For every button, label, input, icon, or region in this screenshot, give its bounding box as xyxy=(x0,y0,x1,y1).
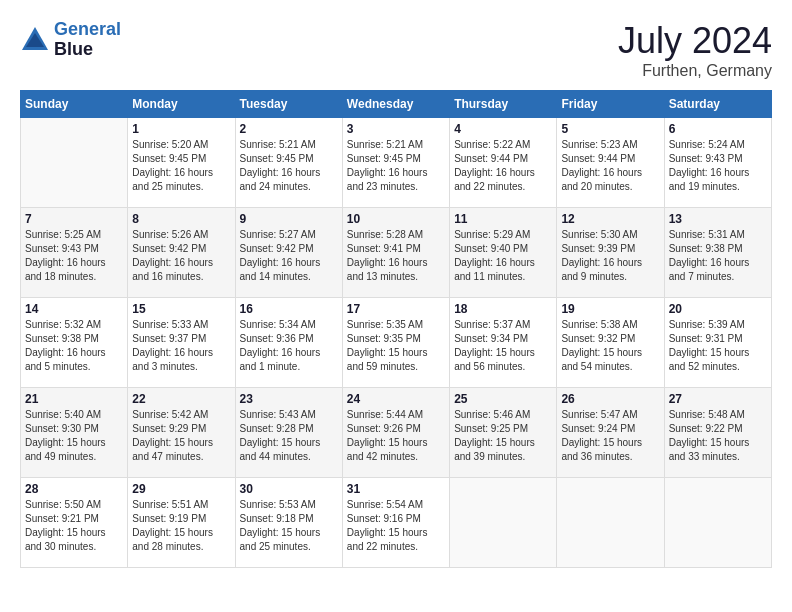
day-info: Sunrise: 5:50 AM Sunset: 9:21 PM Dayligh… xyxy=(25,498,123,554)
day-number: 1 xyxy=(132,122,230,136)
day-number: 6 xyxy=(669,122,767,136)
logo-text: General Blue xyxy=(54,20,121,60)
day-info: Sunrise: 5:51 AM Sunset: 9:19 PM Dayligh… xyxy=(132,498,230,554)
calendar-cell: 2Sunrise: 5:21 AM Sunset: 9:45 PM Daylig… xyxy=(235,118,342,208)
calendar-cell: 3Sunrise: 5:21 AM Sunset: 9:45 PM Daylig… xyxy=(342,118,449,208)
calendar-cell: 28Sunrise: 5:50 AM Sunset: 9:21 PM Dayli… xyxy=(21,478,128,568)
day-info: Sunrise: 5:40 AM Sunset: 9:30 PM Dayligh… xyxy=(25,408,123,464)
day-number: 2 xyxy=(240,122,338,136)
calendar-cell: 22Sunrise: 5:42 AM Sunset: 9:29 PM Dayli… xyxy=(128,388,235,478)
day-info: Sunrise: 5:30 AM Sunset: 9:39 PM Dayligh… xyxy=(561,228,659,284)
day-info: Sunrise: 5:21 AM Sunset: 9:45 PM Dayligh… xyxy=(347,138,445,194)
day-number: 29 xyxy=(132,482,230,496)
calendar-cell: 27Sunrise: 5:48 AM Sunset: 9:22 PM Dayli… xyxy=(664,388,771,478)
day-info: Sunrise: 5:35 AM Sunset: 9:35 PM Dayligh… xyxy=(347,318,445,374)
day-number: 30 xyxy=(240,482,338,496)
day-info: Sunrise: 5:37 AM Sunset: 9:34 PM Dayligh… xyxy=(454,318,552,374)
day-number: 24 xyxy=(347,392,445,406)
day-info: Sunrise: 5:43 AM Sunset: 9:28 PM Dayligh… xyxy=(240,408,338,464)
day-number: 7 xyxy=(25,212,123,226)
day-info: Sunrise: 5:26 AM Sunset: 9:42 PM Dayligh… xyxy=(132,228,230,284)
week-row-4: 21Sunrise: 5:40 AM Sunset: 9:30 PM Dayli… xyxy=(21,388,772,478)
calendar-cell xyxy=(664,478,771,568)
day-info: Sunrise: 5:20 AM Sunset: 9:45 PM Dayligh… xyxy=(132,138,230,194)
day-info: Sunrise: 5:28 AM Sunset: 9:41 PM Dayligh… xyxy=(347,228,445,284)
calendar-cell: 15Sunrise: 5:33 AM Sunset: 9:37 PM Dayli… xyxy=(128,298,235,388)
day-info: Sunrise: 5:46 AM Sunset: 9:25 PM Dayligh… xyxy=(454,408,552,464)
day-info: Sunrise: 5:32 AM Sunset: 9:38 PM Dayligh… xyxy=(25,318,123,374)
calendar-cell: 5Sunrise: 5:23 AM Sunset: 9:44 PM Daylig… xyxy=(557,118,664,208)
calendar-body: 1Sunrise: 5:20 AM Sunset: 9:45 PM Daylig… xyxy=(21,118,772,568)
day-number: 5 xyxy=(561,122,659,136)
day-info: Sunrise: 5:34 AM Sunset: 9:36 PM Dayligh… xyxy=(240,318,338,374)
day-info: Sunrise: 5:31 AM Sunset: 9:38 PM Dayligh… xyxy=(669,228,767,284)
day-info: Sunrise: 5:47 AM Sunset: 9:24 PM Dayligh… xyxy=(561,408,659,464)
header-day-tuesday: Tuesday xyxy=(235,91,342,118)
header-row: SundayMondayTuesdayWednesdayThursdayFrid… xyxy=(21,91,772,118)
day-info: Sunrise: 5:27 AM Sunset: 9:42 PM Dayligh… xyxy=(240,228,338,284)
day-number: 9 xyxy=(240,212,338,226)
calendar-cell: 14Sunrise: 5:32 AM Sunset: 9:38 PM Dayli… xyxy=(21,298,128,388)
calendar-cell: 7Sunrise: 5:25 AM Sunset: 9:43 PM Daylig… xyxy=(21,208,128,298)
calendar-cell: 4Sunrise: 5:22 AM Sunset: 9:44 PM Daylig… xyxy=(450,118,557,208)
logo-icon xyxy=(20,25,50,55)
day-number: 4 xyxy=(454,122,552,136)
day-number: 22 xyxy=(132,392,230,406)
week-row-2: 7Sunrise: 5:25 AM Sunset: 9:43 PM Daylig… xyxy=(21,208,772,298)
location: Furthen, Germany xyxy=(618,62,772,80)
header-day-sunday: Sunday xyxy=(21,91,128,118)
header-day-friday: Friday xyxy=(557,91,664,118)
day-number: 17 xyxy=(347,302,445,316)
day-info: Sunrise: 5:24 AM Sunset: 9:43 PM Dayligh… xyxy=(669,138,767,194)
day-info: Sunrise: 5:48 AM Sunset: 9:22 PM Dayligh… xyxy=(669,408,767,464)
week-row-5: 28Sunrise: 5:50 AM Sunset: 9:21 PM Dayli… xyxy=(21,478,772,568)
calendar-cell: 13Sunrise: 5:31 AM Sunset: 9:38 PM Dayli… xyxy=(664,208,771,298)
calendar-cell xyxy=(557,478,664,568)
day-info: Sunrise: 5:25 AM Sunset: 9:43 PM Dayligh… xyxy=(25,228,123,284)
day-info: Sunrise: 5:21 AM Sunset: 9:45 PM Dayligh… xyxy=(240,138,338,194)
calendar-cell xyxy=(450,478,557,568)
day-info: Sunrise: 5:33 AM Sunset: 9:37 PM Dayligh… xyxy=(132,318,230,374)
calendar-header: SundayMondayTuesdayWednesdayThursdayFrid… xyxy=(21,91,772,118)
header-day-saturday: Saturday xyxy=(664,91,771,118)
day-number: 20 xyxy=(669,302,767,316)
calendar-cell: 26Sunrise: 5:47 AM Sunset: 9:24 PM Dayli… xyxy=(557,388,664,478)
day-number: 15 xyxy=(132,302,230,316)
calendar-cell: 17Sunrise: 5:35 AM Sunset: 9:35 PM Dayli… xyxy=(342,298,449,388)
calendar-cell: 29Sunrise: 5:51 AM Sunset: 9:19 PM Dayli… xyxy=(128,478,235,568)
calendar-cell: 9Sunrise: 5:27 AM Sunset: 9:42 PM Daylig… xyxy=(235,208,342,298)
calendar-cell: 18Sunrise: 5:37 AM Sunset: 9:34 PM Dayli… xyxy=(450,298,557,388)
day-number: 18 xyxy=(454,302,552,316)
day-number: 14 xyxy=(25,302,123,316)
header-day-wednesday: Wednesday xyxy=(342,91,449,118)
calendar-cell: 12Sunrise: 5:30 AM Sunset: 9:39 PM Dayli… xyxy=(557,208,664,298)
day-number: 10 xyxy=(347,212,445,226)
day-number: 16 xyxy=(240,302,338,316)
day-number: 12 xyxy=(561,212,659,226)
week-row-3: 14Sunrise: 5:32 AM Sunset: 9:38 PM Dayli… xyxy=(21,298,772,388)
calendar-cell: 10Sunrise: 5:28 AM Sunset: 9:41 PM Dayli… xyxy=(342,208,449,298)
calendar-cell: 20Sunrise: 5:39 AM Sunset: 9:31 PM Dayli… xyxy=(664,298,771,388)
day-number: 11 xyxy=(454,212,552,226)
day-number: 8 xyxy=(132,212,230,226)
header-day-monday: Monday xyxy=(128,91,235,118)
calendar-cell: 19Sunrise: 5:38 AM Sunset: 9:32 PM Dayli… xyxy=(557,298,664,388)
calendar-cell: 1Sunrise: 5:20 AM Sunset: 9:45 PM Daylig… xyxy=(128,118,235,208)
day-info: Sunrise: 5:38 AM Sunset: 9:32 PM Dayligh… xyxy=(561,318,659,374)
day-number: 26 xyxy=(561,392,659,406)
calendar-cell: 6Sunrise: 5:24 AM Sunset: 9:43 PM Daylig… xyxy=(664,118,771,208)
title-block: July 2024 Furthen, Germany xyxy=(618,20,772,80)
day-info: Sunrise: 5:42 AM Sunset: 9:29 PM Dayligh… xyxy=(132,408,230,464)
calendar-cell: 23Sunrise: 5:43 AM Sunset: 9:28 PM Dayli… xyxy=(235,388,342,478)
day-info: Sunrise: 5:53 AM Sunset: 9:18 PM Dayligh… xyxy=(240,498,338,554)
month-year: July 2024 xyxy=(618,20,772,62)
day-number: 3 xyxy=(347,122,445,136)
calendar-cell xyxy=(21,118,128,208)
day-number: 31 xyxy=(347,482,445,496)
day-info: Sunrise: 5:44 AM Sunset: 9:26 PM Dayligh… xyxy=(347,408,445,464)
day-info: Sunrise: 5:54 AM Sunset: 9:16 PM Dayligh… xyxy=(347,498,445,554)
day-info: Sunrise: 5:29 AM Sunset: 9:40 PM Dayligh… xyxy=(454,228,552,284)
calendar-cell: 8Sunrise: 5:26 AM Sunset: 9:42 PM Daylig… xyxy=(128,208,235,298)
calendar-cell: 11Sunrise: 5:29 AM Sunset: 9:40 PM Dayli… xyxy=(450,208,557,298)
calendar-cell: 16Sunrise: 5:34 AM Sunset: 9:36 PM Dayli… xyxy=(235,298,342,388)
